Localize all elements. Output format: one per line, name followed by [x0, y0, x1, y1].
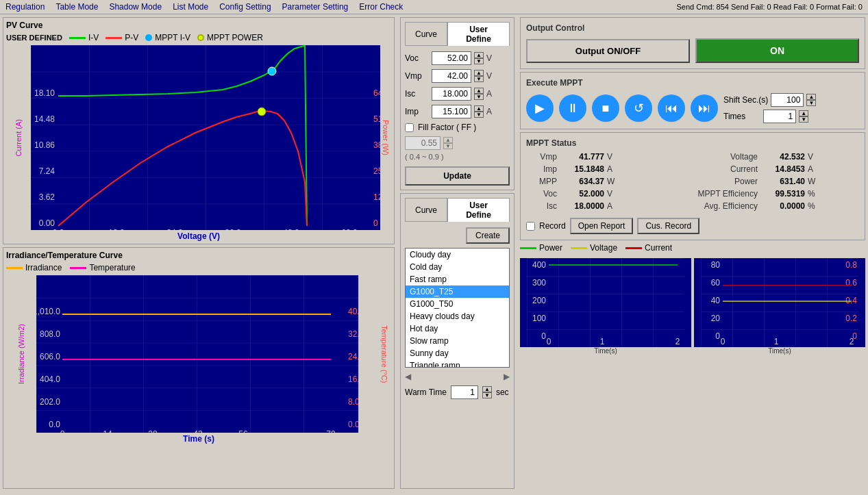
svg-text:56: 56	[238, 429, 248, 433]
svg-text:0: 0	[541, 331, 546, 341]
vmp-spin-up[interactable]: ▲	[474, 70, 484, 76]
warm-time-input[interactable]	[451, 385, 478, 399]
cus-record-button[interactable]: Cus. Record	[637, 218, 699, 234]
svg-text:7.24: 7.24	[38, 166, 55, 176]
vmp-row: Vmp ▲ ▼ V	[405, 69, 510, 83]
list-item[interactable]: Fast ramp	[406, 273, 509, 285]
avg-eff-unit: %	[808, 201, 815, 211]
isc-spin-up[interactable]: ▲	[474, 88, 484, 94]
ff-row: Fill Factor ( FF )	[405, 123, 510, 132]
vmp-spin-down[interactable]: ▼	[474, 76, 484, 82]
imp-spin-up[interactable]: ▲	[474, 105, 484, 112]
shift-sec-spinner[interactable]: ▲ ▼	[806, 94, 816, 106]
svg-text:400: 400	[532, 260, 546, 270]
irr-curve-title: Irradiance/Temperature Curve	[6, 251, 391, 260]
list-item[interactable]: Slow ramp	[406, 335, 509, 347]
bottom-charts-area: 0 100 200 300 400 0 1 2 Time(s)	[520, 258, 865, 489]
times-input[interactable]	[763, 110, 796, 123]
menu-error-check[interactable]: Error Check	[359, 2, 403, 12]
svg-text:0: 0	[715, 331, 720, 341]
mppt-refresh-btn[interactable]: ↺	[625, 94, 652, 122]
imp-input[interactable]	[432, 105, 471, 118]
irr-list-box[interactable]: Cloudy dayCold dayFast rampG1000_T25G100…	[405, 248, 510, 368]
ff-checkbox[interactable]	[405, 123, 414, 132]
mppt-prev-btn[interactable]: ⏮	[658, 94, 685, 122]
output-on-off-button[interactable]: Output ON/OFF	[526, 39, 690, 63]
list-item[interactable]: Sunny day	[406, 347, 509, 359]
voltage-status-unit: V	[808, 152, 813, 162]
imp-spinner[interactable]: ▲ ▼	[474, 105, 484, 118]
vc-chart-xlabel: Time(s)	[694, 347, 865, 355]
update-button[interactable]: Update	[405, 166, 510, 186]
pv-y-axis-right-label: Power (W)	[382, 120, 390, 155]
list-scroll-right[interactable]: ▶	[504, 372, 510, 381]
mppt-pause-btn[interactable]: ⏸	[559, 94, 586, 122]
bottom-charts-legend: Power Voltage Current	[520, 243, 865, 253]
vmp-status-label: Vmp	[526, 152, 557, 162]
menu-table-mode[interactable]: Table Mode	[55, 2, 98, 12]
irr-tab-curve[interactable]: Curve	[405, 198, 447, 222]
voc-input[interactable]	[432, 51, 471, 65]
shift-sec-input[interactable]	[771, 93, 804, 107]
voc-spin-up[interactable]: ▲	[474, 52, 484, 58]
list-item[interactable]: Cold day	[406, 261, 509, 273]
svg-text:60.0: 60.0	[341, 228, 358, 230]
vmp-input[interactable]	[432, 69, 471, 83]
open-report-button[interactable]: Open Report	[570, 218, 634, 234]
imp-spin-down[interactable]: ▼	[474, 112, 484, 118]
svg-text:10.86: 10.86	[34, 140, 55, 150]
pv-legend: I-V P-V MPPT I-V MPPT POWER	[69, 33, 263, 42]
power-status-value: 631.40	[760, 177, 805, 186]
voc-spinner[interactable]: ▲ ▼	[474, 52, 484, 64]
record-checkbox[interactable]	[526, 222, 535, 231]
isc-input[interactable]	[432, 87, 471, 101]
record-row: Record Open Report Cus. Record	[526, 218, 859, 234]
mpp-status-label: MPP	[526, 177, 557, 186]
irr-y-axis-right-label: Temperature (°C)	[380, 325, 388, 383]
svg-text:0.0: 0.0	[49, 420, 60, 429]
irr-tab-user-define[interactable]: User Define	[447, 198, 510, 222]
menu-parameter-setting[interactable]: Parameter Setting	[282, 2, 349, 12]
svg-text:1: 1	[600, 337, 605, 346]
svg-rect-0	[31, 45, 380, 230]
legend-mppt-power: MPPT POWER	[197, 33, 263, 42]
isc-spin-down[interactable]: ▼	[474, 94, 484, 100]
vmp-spinner[interactable]: ▲ ▼	[474, 70, 484, 82]
tab-user-define[interactable]: User Define	[447, 22, 510, 46]
mppt-next-btn[interactable]: ⏭	[691, 94, 718, 122]
warm-time-spinner[interactable]: ▲ ▼	[482, 386, 492, 398]
menu-config-setting[interactable]: Config Setting	[219, 2, 271, 12]
isc-spinner[interactable]: ▲ ▼	[474, 88, 484, 100]
list-item[interactable]: Triangle ramp	[406, 359, 509, 368]
list-item[interactable]: Heavy clouds day	[406, 310, 509, 322]
svg-text:0: 0	[60, 429, 65, 433]
on-button[interactable]: ON	[695, 38, 859, 63]
imp-status-value: 15.1848	[560, 164, 604, 174]
list-item[interactable]: G1000_T50	[406, 298, 509, 310]
mppt-stop-btn[interactable]: ■	[592, 94, 619, 122]
imp-row: Imp ▲ ▼ A	[405, 105, 510, 118]
warm-spin-down[interactable]: ▼	[482, 392, 492, 398]
mppt-play-btn[interactable]: ▶	[526, 94, 554, 122]
legend-iv: I-V	[69, 33, 99, 42]
times-spinner[interactable]: ▲ ▼	[799, 110, 808, 123]
list-item[interactable]: G1000_T25	[406, 285, 509, 298]
mpp-status-unit: W	[607, 177, 615, 186]
menu-regulation[interactable]: Regulation	[5, 2, 45, 12]
pv-x-axis-label: Voltage (V)	[6, 231, 391, 241]
isc-status-label: Isc	[526, 201, 557, 211]
svg-text:28: 28	[148, 429, 158, 433]
list-item[interactable]: Cloudy day	[406, 249, 509, 261]
menu-shadow-mode[interactable]: Shadow Mode	[109, 2, 162, 12]
tab-curve[interactable]: Curve	[405, 22, 447, 46]
menu-list-mode[interactable]: List Mode	[173, 2, 208, 12]
voc-spin-down[interactable]: ▼	[474, 58, 484, 64]
list-scroll-left[interactable]: ◀	[405, 372, 411, 381]
irr-legend: Irradiance Temperature	[6, 263, 391, 272]
list-item[interactable]: Hot day	[406, 322, 509, 335]
middle-panel: Curve User Define Voc ▲ ▼ V Vmp ▲ ▼	[397, 14, 517, 492]
vmp-status-unit: V	[607, 152, 612, 162]
warm-spin-up[interactable]: ▲	[482, 386, 492, 392]
create-button[interactable]: Create	[466, 227, 510, 244]
isc-label: Isc	[405, 89, 429, 99]
